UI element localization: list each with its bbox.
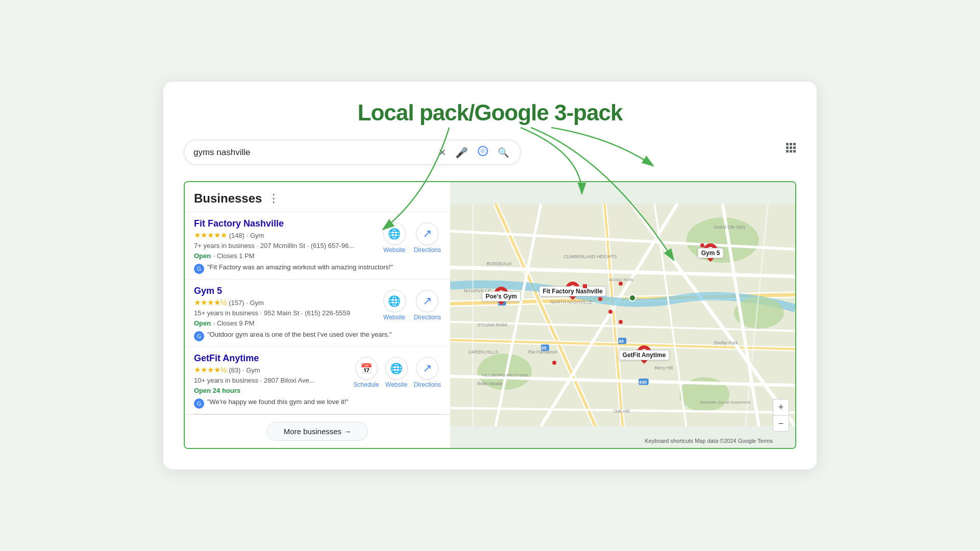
directions-button-2[interactable]: ↗ Directions xyxy=(414,290,441,321)
menu-icon[interactable]: ⋮ xyxy=(268,192,279,205)
rating-count-1: (148) · xyxy=(229,232,250,239)
page-title: Local pack/Google 3-pack xyxy=(184,100,796,126)
svg-rect-2 xyxy=(786,143,789,145)
main-card: Local pack/Google 3-pack ✕ 🎤 🔍 xyxy=(163,82,817,469)
mic-icon[interactable]: 🎤 xyxy=(453,145,470,160)
business-item-2: Gym 5 ★★★★½ (157) · Gym 15+ years in bus… xyxy=(185,279,450,346)
map-footer: Keyboard shortcuts Map data ©2024 Google… xyxy=(645,438,773,444)
more-businesses-button[interactable]: More businesses → xyxy=(267,422,369,441)
type-3: Gym xyxy=(246,366,260,374)
svg-text:40: 40 xyxy=(619,339,624,344)
dot-7 xyxy=(552,361,556,365)
svg-text:HILLSBORO WEST END: HILLSBORO WEST END xyxy=(482,373,528,378)
dot-2 xyxy=(598,297,602,301)
type-2: Gym xyxy=(250,299,263,307)
website-button-1[interactable]: 🌐 Website xyxy=(383,222,406,254)
schedule-icon-3: 📅 xyxy=(355,357,378,380)
svg-text:BORDEAUX: BORDEAUX xyxy=(486,261,512,266)
action-buttons-1: 🌐 Website ↗ Directions xyxy=(383,222,441,254)
svg-text:SYLVAN PARK: SYLVAN PARK xyxy=(477,322,508,328)
svg-rect-10 xyxy=(793,150,796,153)
left-panel: Businesses ⋮ Fit Factory Nashville ★★★★★… xyxy=(185,182,450,448)
zoom-in-button[interactable]: + xyxy=(773,399,789,415)
svg-text:Berry Hill: Berry Hill xyxy=(654,365,673,370)
directions-button-3[interactable]: ↗ Directions xyxy=(414,357,441,388)
svg-text:Nashville Zoo at Grassmere: Nashville Zoo at Grassmere xyxy=(700,400,751,405)
business-item-3: GetFit Anytime ★★★★½ (83) · Gym 10+ year… xyxy=(185,346,450,414)
svg-rect-6 xyxy=(790,146,792,149)
label-gym5: Gym 5 xyxy=(698,248,724,258)
svg-text:65: 65 xyxy=(542,345,547,350)
dot-3 xyxy=(608,310,612,314)
svg-text:Shelby Park: Shelby Park xyxy=(714,340,738,345)
dot-1 xyxy=(583,284,587,288)
website-label-1: Website xyxy=(383,246,405,254)
svg-rect-9 xyxy=(790,150,792,153)
directions-label-1: Directions xyxy=(414,246,441,254)
website-icon-3: 🌐 xyxy=(385,357,408,380)
search-icons: ✕ 🎤 🔍 xyxy=(436,144,511,160)
avatar-3: G xyxy=(194,398,204,409)
rating-count-2: (157) · xyxy=(229,299,250,307)
website-label-3: Website xyxy=(385,381,407,388)
lens-icon[interactable] xyxy=(475,144,491,160)
map-svg: NASHVILLE Grand Ole Opry Shelby Park SYL… xyxy=(450,182,795,448)
directions-icon-3: ↗ xyxy=(416,357,438,380)
review-2: G "Outdoor gym area is one of the best I… xyxy=(194,331,441,341)
website-button-2[interactable]: 🌐 Website xyxy=(383,290,406,321)
website-label-2: Website xyxy=(383,314,405,321)
nav-dot xyxy=(629,294,636,302)
review-1: G "Fit Factory was an amazing workout wi… xyxy=(194,263,441,274)
stars-3: ★★★★ xyxy=(194,365,220,374)
schedule-button-3[interactable]: 📅 Schedule xyxy=(354,357,379,388)
svg-point-1 xyxy=(480,148,485,154)
website-button-3[interactable]: 🌐 Website xyxy=(385,357,408,388)
svg-text:CUMBERLAND HEIGHTS: CUMBERLAND HEIGHTS xyxy=(564,254,617,259)
label-getfit: GetFit Anytime xyxy=(619,350,670,360)
map-panel: NASHVILLE Grand Ole Opry Shelby Park SYL… xyxy=(450,182,795,448)
stars-1: ★★★★★ xyxy=(194,231,227,239)
svg-rect-5 xyxy=(786,146,789,149)
svg-rect-7 xyxy=(793,146,796,149)
zoom-out-button[interactable]: − xyxy=(773,415,789,432)
search-bar[interactable]: ✕ 🎤 🔍 xyxy=(184,140,521,165)
website-icon-1: 🌐 xyxy=(383,222,406,245)
directions-label-3: Directions xyxy=(414,381,441,388)
rating-count-3: (83) · xyxy=(229,366,246,374)
svg-rect-4 xyxy=(793,143,796,145)
clear-icon[interactable]: ✕ xyxy=(436,146,448,159)
website-icon-2: 🌐 xyxy=(383,290,406,312)
dot-4 xyxy=(619,320,623,324)
directions-button-1[interactable]: ↗ Directions xyxy=(414,222,441,254)
svg-rect-8 xyxy=(786,150,789,153)
dot-6 xyxy=(619,282,623,286)
svg-text:GREEN HILLS: GREEN HILLS xyxy=(469,349,499,355)
svg-text:Belle Meade: Belle Meade xyxy=(477,381,502,386)
directions-icon-1: ↗ xyxy=(416,222,438,245)
svg-text:Oak Hill: Oak Hill xyxy=(614,409,629,414)
avatar-2: G xyxy=(194,331,204,341)
avatar-1: G xyxy=(194,264,204,274)
label-poes: Poe's Gym xyxy=(482,291,521,302)
directions-label-2: Directions xyxy=(414,314,441,321)
svg-text:Grand Ole Opry: Grand Ole Opry xyxy=(714,225,746,230)
map-controls: + − xyxy=(773,399,789,432)
search-input[interactable] xyxy=(193,147,436,158)
type-1: Gym xyxy=(250,232,264,239)
search-icon[interactable]: 🔍 xyxy=(496,146,511,159)
action-buttons-3: 📅 Schedule 🌐 Website ↗ Directions xyxy=(354,357,441,388)
businesses-title: Businesses xyxy=(194,191,262,206)
label-fit-factory: Fit Factory Nashville xyxy=(539,286,606,296)
directions-icon-2: ↗ xyxy=(416,290,438,312)
svg-rect-3 xyxy=(790,143,792,145)
businesses-header: Businesses ⋮ xyxy=(185,191,450,212)
business-item-1: Fit Factory Nashville ★★★★★ (148) · Gym … xyxy=(185,212,450,279)
action-buttons-2: 🌐 Website ↗ Directions xyxy=(383,290,441,321)
schedule-label-3: Schedule xyxy=(354,381,379,388)
top-bar: ✕ 🎤 🔍 xyxy=(184,140,796,174)
dot-5 xyxy=(700,243,704,247)
more-businesses-bar: More businesses → xyxy=(185,414,450,448)
main-content: Businesses ⋮ Fit Factory Nashville ★★★★★… xyxy=(184,181,796,449)
stars-2: ★★★★ xyxy=(194,298,220,307)
svg-text:440: 440 xyxy=(639,380,647,385)
